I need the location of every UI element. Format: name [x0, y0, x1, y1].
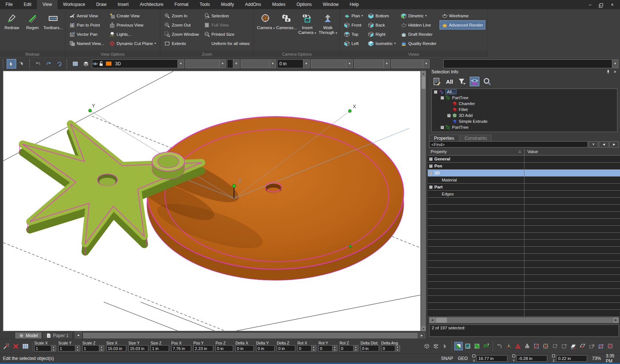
sqx-button[interactable]	[606, 342, 614, 350]
spinner[interactable]: ▲▼	[51, 345, 56, 351]
geo-toggle[interactable]: GEO	[458, 356, 468, 361]
ribbon-button-walk-through[interactable]: Walk Through ▾	[318, 10, 338, 51]
tablegrid-button[interactable]	[21, 342, 30, 351]
cube3d-button[interactable]	[423, 342, 431, 350]
combo-dropdown-icon[interactable]: ▼	[233, 60, 239, 68]
hscroll-thumb[interactable]	[436, 318, 447, 323]
para1-button[interactable]	[569, 342, 578, 350]
redx-button[interactable]	[11, 342, 21, 351]
tree-expander-icon[interactable]: −	[434, 90, 437, 94]
scroll-down-icon[interactable]: ▼	[421, 326, 426, 331]
sheet-scroll-right-icon[interactable]: ▶	[418, 333, 425, 339]
property-row-edges[interactable]: Edges	[428, 191, 620, 198]
field-input[interactable]: 0 in	[277, 345, 295, 351]
find-input[interactable]: <Find>	[429, 141, 588, 148]
ribbon-button-dimetric[interactable]: Dimetric▾	[399, 11, 439, 20]
ribbon-button-hidden-line[interactable]: Hidden Line	[399, 20, 439, 30]
field-input[interactable]: 0	[340, 345, 354, 351]
ribbon-button-vector-pan[interactable]: Vector Pan	[67, 30, 106, 39]
vertical-scrollbar[interactable]: ▲ ▼	[421, 71, 426, 331]
disc-part[interactable]	[132, 117, 404, 280]
toolbar-combo-0[interactable]: ▼	[185, 59, 226, 68]
ribbon-button-front[interactable]: Front	[342, 20, 365, 30]
ribbon-button-full-view[interactable]: Full View	[202, 20, 252, 30]
ribbon-button-named-view[interactable]: Named View...	[67, 39, 106, 48]
toolbar-combo-3[interactable]: 0 in▼	[277, 59, 310, 68]
filter-button[interactable]	[457, 77, 467, 86]
property-row-material[interactable]: Material	[428, 177, 620, 184]
coord-value-field[interactable]: 16.77 in	[476, 355, 507, 362]
ribbon-button-aerial-view[interactable]: Aerial View	[67, 11, 106, 20]
scrollbar-thumb[interactable]	[421, 76, 426, 89]
ribbon-button-draft-render[interactable]: Draft Render	[399, 30, 439, 39]
ribbon-button-dynamic-cut-plane[interactable]: Dynamic Cut Plane▾	[107, 39, 158, 48]
highlight-button[interactable]	[470, 77, 479, 86]
toolbar-grip[interactable]	[3, 59, 4, 68]
sqrot-button[interactable]	[551, 342, 559, 350]
scroll-left-icon[interactable]: ◀	[429, 317, 435, 323]
field-input[interactable]: 2.23 in	[193, 345, 213, 351]
combo-dropdown-icon[interactable]: ▼	[219, 60, 225, 68]
scroll-up-icon[interactable]: ▲	[421, 71, 426, 76]
ribbon-button-lights[interactable]: Lights...	[107, 30, 158, 39]
toolbar-combo-6[interactable]: ▼	[391, 59, 430, 68]
find-pr­ev-button[interactable]: ◀	[599, 141, 609, 148]
menu-item-draw[interactable]: Draw	[91, 0, 112, 9]
wand-button[interactable]	[1, 342, 11, 351]
spinner[interactable]: ▲▼	[75, 345, 80, 351]
combo-dropdown-icon[interactable]: ▼	[383, 60, 390, 68]
ribbon-button-left[interactable]: Left	[342, 39, 365, 48]
toolbar-combo-5[interactable]: ▼	[354, 59, 390, 68]
combo-dropdown-icon[interactable]: ▼	[303, 60, 309, 68]
tree-expander-icon[interactable]: −	[441, 96, 444, 100]
tree-item-chamfer[interactable]: Chamfer	[432, 101, 617, 107]
tab-constraints[interactable]: Constraints	[460, 135, 492, 142]
ribbon-button-extents[interactable]: Extents	[162, 39, 201, 48]
ribbon-button-advanced-render[interactable]: Advanced Render	[440, 20, 485, 30]
z-axis-handle[interactable]	[232, 184, 236, 188]
ribbon-button-insert-camera[interactable]: Insert Camera ▾	[297, 10, 317, 51]
redtri-button[interactable]	[514, 342, 522, 350]
menu-item-view[interactable]: View	[37, 0, 58, 9]
field-input[interactable]: 0	[318, 345, 333, 351]
sheet-tab-paper-1[interactable]: 1Paper 1	[42, 332, 73, 339]
toolbar-combo-2[interactable]: ▼	[241, 59, 276, 68]
sqslash-button[interactable]	[532, 342, 541, 350]
menu-item-window[interactable]: Window	[317, 0, 344, 9]
spinner[interactable]: ▲▼	[395, 345, 400, 351]
grid-horizontal-scrollbar[interactable]: ◀ ▶	[429, 317, 619, 323]
ribbon-button-pan-to-point[interactable]: Pan to Point	[67, 20, 106, 30]
coord-lock-checkbox[interactable]	[512, 354, 515, 357]
ribbon-button-top[interactable]: Top	[342, 30, 365, 39]
tree-expander-icon[interactable]: +	[447, 114, 451, 117]
xyz-button[interactable]	[504, 342, 513, 350]
field-input[interactable]: 0	[297, 345, 311, 351]
menu-item-options[interactable]: Options	[291, 0, 317, 9]
properties-sheet-button[interactable]	[432, 77, 442, 86]
layers-tool-button[interactable]	[81, 59, 91, 69]
ribbon-button-isometric[interactable]: Isometric▾	[366, 39, 398, 48]
menu-item-workspace[interactable]: Workspace	[58, 0, 91, 9]
spinner[interactable]: ▲▼	[354, 345, 358, 351]
field-input[interactable]: 1	[34, 345, 51, 351]
property-row-general[interactable]: +General	[428, 156, 620, 163]
toolbar-combo-4[interactable]: ▼	[311, 59, 353, 68]
ribbon-button-quality-render[interactable]: Quality Render	[399, 39, 439, 48]
coordinate-input[interactable]: ▼	[443, 59, 619, 68]
ribbon-button-right[interactable]: Right	[366, 30, 398, 39]
table-tool-button[interactable]	[70, 59, 80, 69]
pin-icon[interactable]	[606, 69, 611, 74]
ribbon-button-plan[interactable]: Plan▾	[342, 11, 365, 20]
panel-close-icon[interactable]: ×	[614, 69, 616, 74]
modedots-button[interactable]	[473, 342, 481, 350]
cubepct-button[interactable]	[432, 342, 440, 350]
tree-item-all[interactable]: −All...	[432, 89, 617, 95]
ribbon-button-zoom-in[interactable]: Zoom In	[162, 11, 201, 20]
ribbon-button-wireframe[interactable]: Wireframe	[440, 11, 485, 20]
coord-lock-checkbox[interactable]	[472, 354, 475, 357]
menu-item-modify[interactable]: Modify	[216, 0, 240, 9]
graycursor-button[interactable]	[441, 342, 450, 350]
field-input[interactable]: 0 in	[361, 345, 379, 351]
tree-item-simple-extrude[interactable]: Simple Extrude	[432, 118, 617, 124]
coord-value-field[interactable]: 0.22 in	[556, 355, 587, 362]
